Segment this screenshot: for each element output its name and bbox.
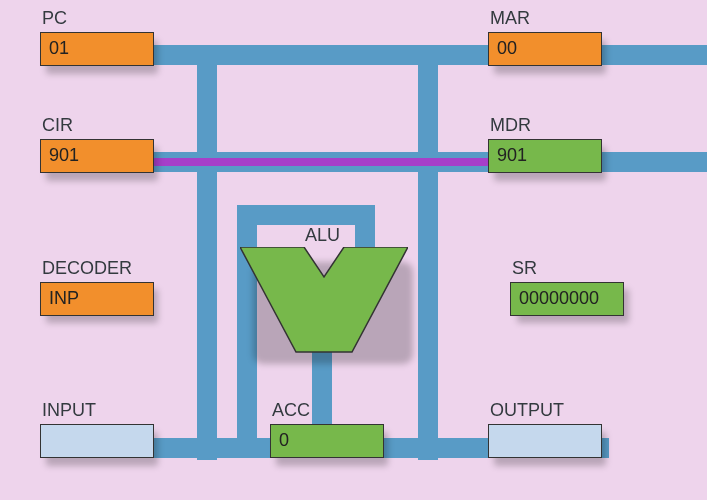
decoder-register: INP (40, 282, 154, 316)
bus-vertical-left (197, 65, 217, 460)
decoder-label: DECODER (42, 258, 132, 279)
acc-register: 0 (270, 424, 384, 458)
cir-register: 901 (40, 139, 154, 173)
bus-cir-mdr-special (154, 158, 491, 166)
sr-value: 00000000 (519, 288, 599, 308)
cir-label: CIR (42, 115, 73, 136)
mdr-register: 901 (488, 139, 602, 173)
acc-value: 0 (279, 430, 289, 450)
pc-value: 01 (49, 38, 69, 58)
cir-value: 901 (49, 145, 79, 165)
output-label: OUTPUT (490, 400, 564, 421)
mdr-value: 901 (497, 145, 527, 165)
alu-label: ALU (305, 225, 340, 246)
output-register (488, 424, 602, 458)
svg-marker-0 (240, 247, 408, 352)
mar-register: 00 (488, 32, 602, 66)
pc-label: PC (42, 8, 67, 29)
alu (240, 247, 408, 357)
acc-label: ACC (272, 400, 310, 421)
sr-label: SR (512, 258, 537, 279)
mdr-label: MDR (490, 115, 531, 136)
decoder-value: INP (49, 288, 79, 308)
pc-register: 01 (40, 32, 154, 66)
bus-pc-mar (154, 45, 707, 65)
bus-vertical-right (418, 65, 438, 460)
input-register (40, 424, 154, 458)
sr-register: 00000000 (510, 282, 624, 316)
mar-value: 00 (497, 38, 517, 58)
mar-label: MAR (490, 8, 530, 29)
input-label: INPUT (42, 400, 96, 421)
